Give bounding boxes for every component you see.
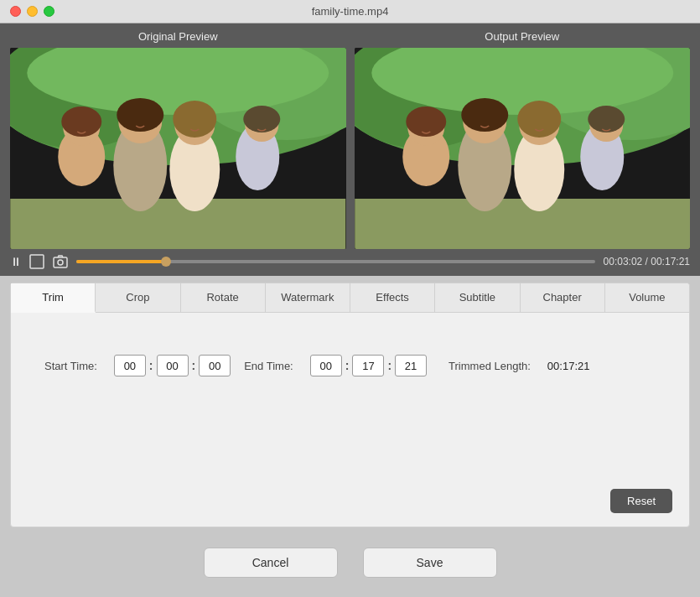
original-video-frame xyxy=(10,48,346,249)
svg-point-29 xyxy=(461,98,508,132)
trim-tab-content: Start Time: : : End Time: : : Trimmed Le… xyxy=(11,313,689,480)
pause-button[interactable]: ⏸ xyxy=(10,255,21,268)
bottom-bar: Cancel Save xyxy=(0,534,700,586)
start-time-label: Start Time: xyxy=(44,360,97,372)
cancel-button[interactable]: Cancel xyxy=(204,548,338,578)
end-sep-1: : xyxy=(345,359,350,372)
start-sep-2: : xyxy=(192,359,196,372)
tab-watermark[interactable]: Watermark xyxy=(266,283,350,312)
start-hh-input[interactable] xyxy=(114,355,146,376)
svg-rect-37 xyxy=(54,257,67,267)
frame-button[interactable] xyxy=(29,254,44,269)
end-mm-input[interactable] xyxy=(352,355,384,376)
original-preview-label: Original Preview xyxy=(138,30,218,43)
svg-rect-5 xyxy=(10,199,345,249)
reset-row: Reset xyxy=(11,480,689,527)
progress-filled xyxy=(76,260,166,263)
reset-button[interactable]: Reset xyxy=(610,489,672,513)
end-ss-input[interactable] xyxy=(395,355,427,376)
output-preview-label: Output Preview xyxy=(485,30,559,43)
trimmed-length-value: 00:17:21 xyxy=(547,360,590,372)
progress-thumb[interactable] xyxy=(161,257,171,267)
tab-trim[interactable]: Trim xyxy=(11,283,96,313)
trim-controls: Start Time: : : End Time: : : Trimmed Le… xyxy=(44,355,672,376)
original-preview-panel: Original Preview xyxy=(10,30,346,249)
tab-rotate[interactable]: Rotate xyxy=(181,283,266,312)
svg-point-8 xyxy=(61,106,101,137)
tab-subtitle[interactable]: Subtitle xyxy=(435,283,520,312)
svg-point-38 xyxy=(58,260,63,265)
tab-bar: Trim Crop Rotate Watermark Effects Subti… xyxy=(11,283,689,313)
title-bar: family-time.mp4 xyxy=(0,0,700,23)
tab-chapter[interactable]: Chapter xyxy=(521,283,605,312)
svg-point-17 xyxy=(243,106,280,132)
start-ss-input[interactable] xyxy=(199,355,231,376)
progress-bar[interactable] xyxy=(76,260,595,263)
end-hh-input[interactable] xyxy=(310,355,342,376)
end-time-group: : : xyxy=(310,355,427,376)
tab-volume[interactable]: Volume xyxy=(605,283,689,312)
svg-rect-23 xyxy=(355,199,690,249)
close-button[interactable] xyxy=(10,6,21,17)
tab-crop[interactable]: Crop xyxy=(96,283,180,312)
end-sep-2: : xyxy=(387,359,391,372)
window-title: family-time.mp4 xyxy=(312,5,389,18)
video-area: Original Preview xyxy=(0,23,700,249)
tab-effects[interactable]: Effects xyxy=(350,283,435,312)
output-video-frame xyxy=(355,48,691,249)
tab-panel: Trim Crop Rotate Watermark Effects Subti… xyxy=(10,283,690,527)
svg-rect-36 xyxy=(30,255,44,268)
svg-point-35 xyxy=(588,106,625,132)
svg-point-14 xyxy=(173,101,216,138)
svg-point-26 xyxy=(406,106,446,137)
save-button[interactable]: Save xyxy=(363,548,497,578)
controls-bar: ⏸ 00:03:02 / 00:17:21 xyxy=(0,249,700,276)
start-mm-input[interactable] xyxy=(157,355,189,376)
time-display: 00:03:02 / 00:17:21 xyxy=(604,256,690,267)
output-preview-panel: Output Preview xyxy=(355,30,691,249)
maximize-button[interactable] xyxy=(44,6,54,17)
trimmed-length-label: Trimmed Length: xyxy=(449,360,531,372)
end-time-label: End Time: xyxy=(244,360,293,372)
minimize-button[interactable] xyxy=(27,6,38,17)
svg-point-11 xyxy=(117,98,163,132)
window-controls[interactable] xyxy=(10,6,54,17)
svg-point-32 xyxy=(517,101,561,138)
start-time-group: : : xyxy=(114,355,231,376)
start-sep-1: : xyxy=(149,359,153,372)
screenshot-button[interactable] xyxy=(53,254,68,269)
